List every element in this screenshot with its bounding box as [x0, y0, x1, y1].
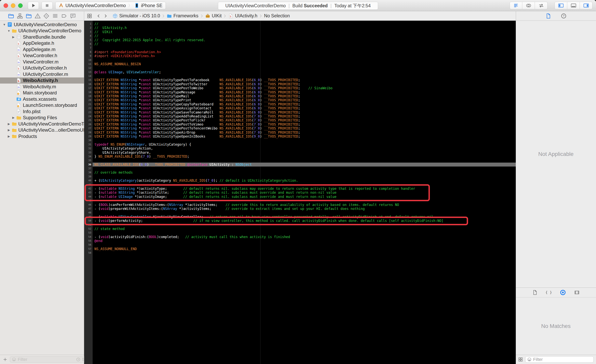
code-line[interactable]: 57NS_ASSUME_NONNULL_END — [84, 247, 516, 251]
file-tree-item[interactable]: ▶ShareBundle.bundle — [0, 34, 84, 40]
breadcrumb-item[interactable]: Frameworks — [167, 13, 199, 19]
version-editor-button[interactable] — [535, 2, 548, 9]
code-line[interactable]: 53 — [84, 231, 516, 235]
code-line[interactable]: 41 — [84, 183, 516, 187]
file-inspector-tab[interactable] — [545, 13, 551, 19]
source-editor[interactable]: 1//2// UIActivity.h3// UIKit4//5// Copyr… — [84, 21, 516, 364]
file-tree-item[interactable]: hWeiboActivity.h — [0, 77, 84, 84]
code-line[interactable]: 26UIKIT_EXTERN NSString *const UIActivit… — [84, 122, 516, 126]
code-line[interactable]: 22UIKIT_EXTERN NSString *const UIActivit… — [84, 106, 516, 110]
file-tree-item[interactable]: Assets.xcassets — [0, 96, 84, 102]
toggle-utilities-button[interactable] — [580, 2, 592, 9]
file-tree-item[interactable]: hViewController.h — [0, 53, 84, 59]
code-line[interactable]: 3// UIKit — [84, 30, 516, 34]
code-line[interactable]: 21UIKIT_EXTERN NSString *const UIActivit… — [84, 102, 516, 106]
code-line[interactable]: 44- (nullable UIImage *)activityImage; /… — [84, 195, 516, 199]
code-line[interactable]: 34} NS_ENUM_AVAILABLE_IOS(7_0) __TVOS_PR… — [84, 155, 516, 158]
code-line[interactable]: 51 — [84, 223, 516, 227]
code-line[interactable]: 18UIKIT_EXTERN NSString *const UIActivit… — [84, 90, 516, 94]
code-line[interactable]: 20UIKIT_EXTERN NSString *const UIActivit… — [84, 98, 516, 102]
code-line[interactable]: 14 — [84, 74, 516, 78]
disclosure-closed-icon[interactable]: ▶ — [7, 122, 11, 126]
breakpoint-navigator-icon[interactable] — [61, 13, 67, 19]
code-line[interactable]: 47- (void)prepareWithActivityItems:(NSAr… — [84, 207, 516, 211]
code-line[interactable]: 27UIKIT_EXTERN NSString *const UIActivit… — [84, 126, 516, 130]
disclosure-closed-icon[interactable]: ▶ — [11, 116, 16, 119]
code-line[interactable]: 39 — [84, 175, 516, 178]
code-line[interactable]: 45 — [84, 199, 516, 203]
code-line[interactable]: 50- (void)performActivity; // if no view… — [84, 219, 516, 223]
report-navigator-icon[interactable] — [70, 13, 76, 19]
stop-button[interactable] — [42, 2, 53, 9]
file-template-library-tab[interactable] — [532, 290, 537, 295]
close-window-button[interactable] — [4, 3, 8, 8]
breadcrumb-item[interactable]: No Selection — [264, 13, 290, 19]
code-line[interactable]: 19UIKIT_EXTERN NSString *const UIActivit… — [84, 94, 516, 98]
code-line[interactable]: 54- (void)activityDidFinish:(BOOL)comple… — [84, 235, 516, 239]
navigator-filter-input[interactable] — [18, 357, 74, 362]
code-line[interactable]: 33 UIActivityCategoryShare, — [84, 151, 516, 155]
code-line[interactable]: 23UIKIT_EXTERN NSString *const UIActivit… — [84, 110, 516, 114]
code-line[interactable]: 52// state method — [84, 227, 516, 231]
disclosure-closed-icon[interactable]: ▶ — [11, 35, 16, 39]
file-tree-item[interactable]: hUIActivityController.h — [0, 65, 84, 71]
library-view-grid-icon[interactable] — [518, 357, 523, 362]
library-filter-field[interactable] — [525, 356, 594, 363]
code-line[interactable]: 17UIKIT_EXTERN NSString *const UIActivit… — [84, 86, 516, 90]
navigator-filter-field[interactable] — [10, 356, 88, 363]
scheme-selector[interactable]: UIActivityViewControllerDemo 〉 iPhone SE — [55, 2, 166, 9]
file-tree-item[interactable]: Main.storyboard — [0, 90, 84, 96]
project-navigator-icon[interactable] — [8, 13, 14, 19]
test-navigator-icon[interactable] — [43, 13, 49, 19]
media-library-tab[interactable] — [574, 290, 580, 295]
code-line[interactable]: 42- (nullable NSString *)activityType; /… — [84, 187, 516, 191]
code-line[interactable]: 37 — [84, 167, 516, 171]
code-line[interactable]: 32 UIActivityCategoryAction, — [84, 146, 516, 150]
file-tree-item[interactable]: ▼UIActivityViewControllerDemo — [0, 28, 84, 34]
file-tree-item[interactable]: mUIActivityController.m — [0, 71, 84, 77]
library-filter-input[interactable] — [533, 357, 592, 362]
code-line[interactable]: 35 — [84, 158, 516, 162]
code-line[interactable]: 25UIKIT_EXTERN NSString *const UIActivit… — [84, 118, 516, 122]
code-line[interactable]: 6// — [84, 42, 516, 46]
code-line[interactable]: 36NS_CLASS_AVAILABLE_IOS(6_0) __TVOS_PRO… — [84, 163, 516, 167]
add-file-icon[interactable] — [3, 357, 7, 362]
file-tree-item[interactable]: hAppDelegate.h — [0, 40, 84, 46]
find-navigator-icon[interactable] — [26, 13, 32, 19]
code-line[interactable]: 29UIKIT_EXTERN NSString *const UIActivit… — [84, 134, 516, 138]
code-line[interactable]: 9#import <UIKit/UIKitDefines.h> — [84, 54, 516, 58]
code-line[interactable]: 48 — [84, 211, 516, 215]
code-line[interactable]: 49- (nullable UIViewController *)activit… — [84, 215, 516, 219]
file-tree-item[interactable]: ▶UIActivityViewCo...ollerDemoUITests — [0, 127, 84, 134]
code-line[interactable]: 46- (BOOL)canPerformWithActivityItems:(N… — [84, 203, 516, 207]
code-line[interactable]: 55@end — [84, 239, 516, 243]
run-button[interactable] — [28, 2, 39, 9]
minimize-window-button[interactable] — [11, 3, 15, 8]
code-line[interactable]: 16UIKIT_EXTERN NSString *const UIActivit… — [84, 82, 516, 86]
code-line[interactable]: 5// Copyright 2012-2015 Apple Inc. All r… — [84, 38, 516, 42]
breadcrumb-item[interactable]: Simulator - iOS 10.0 — [112, 13, 160, 19]
file-tree-item[interactable]: ▼UIActivityViewControllerDemo — [0, 22, 84, 28]
code-line[interactable]: 4// — [84, 34, 516, 38]
file-tree-item[interactable]: Info.plist — [0, 108, 84, 115]
disclosure-closed-icon[interactable]: ▶ — [7, 135, 11, 138]
code-line[interactable]: 8#import <Foundation/Foundation.h> — [84, 50, 516, 54]
file-tree-item[interactable]: ▶Supporting Files — [0, 115, 84, 121]
disclosure-closed-icon[interactable]: ▶ — [7, 128, 11, 132]
code-line[interactable]: 11NS_ASSUME_NONNULL_BEGIN — [84, 62, 516, 66]
file-tree-item[interactable]: mAppDelegate.m — [0, 46, 84, 53]
code-line[interactable]: 30 — [84, 138, 516, 142]
file-tree-item[interactable]: mViewController.m — [0, 59, 84, 65]
file-tree-item[interactable]: LaunchScreen.storyboard — [0, 102, 84, 109]
go-back-icon[interactable] — [96, 14, 101, 18]
breadcrumb-item[interactable]: UIKit — [205, 13, 222, 19]
breadcrumb-item[interactable]: hUIActivity.h — [228, 13, 257, 19]
file-tree-item[interactable]: mWeiboActivity.m — [0, 83, 84, 90]
toggle-debug-area-button[interactable] — [567, 2, 580, 9]
code-line[interactable]: 13@class UIImage, UIViewController; — [84, 70, 516, 74]
related-items-icon[interactable] — [87, 13, 92, 19]
code-line[interactable]: 40+ (UIActivityCategory)activityCategory… — [84, 178, 516, 183]
code-line[interactable]: 2// UIActivity.h — [84, 26, 516, 30]
disclosure-open-icon[interactable]: ▼ — [7, 29, 11, 32]
code-area[interactable]: 1//2// UIActivity.h3// UIKit4//5// Copyr… — [84, 21, 516, 364]
